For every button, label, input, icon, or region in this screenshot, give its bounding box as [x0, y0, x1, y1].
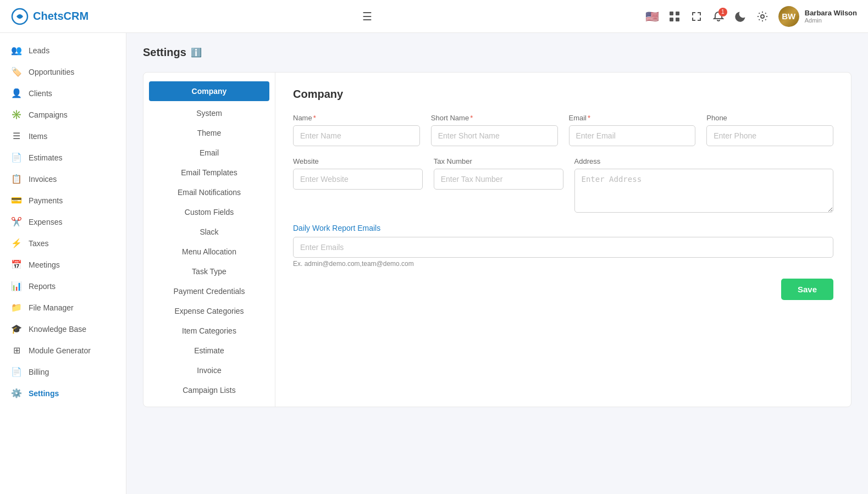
sidebar-item-invoices[interactable]: 📋Invoices [0, 168, 126, 190]
sidebar-item-label: Leads [29, 46, 49, 55]
logo-icon [11, 8, 29, 25]
taxes-icon: ⚡ [11, 238, 22, 248]
layout: 👥Leads🏷️Opportunities👤Clients✳️Campaigns… [0, 33, 868, 494]
emails-hint: Ex. admin@demo.com,team@demo.com [293, 260, 833, 268]
website-input[interactable] [293, 169, 423, 190]
emails-input[interactable] [293, 237, 833, 258]
tax-number-input[interactable] [434, 169, 563, 190]
fullscreen-icon[interactable] [690, 10, 703, 23]
svg-point-5 [761, 15, 764, 18]
settings-sidebar-item-company[interactable]: Company [149, 81, 269, 101]
invoices-icon: 📋 [11, 174, 22, 184]
estimates-icon: 📄 [11, 152, 22, 163]
address-input[interactable] [574, 169, 834, 213]
sidebar-item-meetings[interactable]: 📅Meetings [0, 254, 126, 275]
settings-sidebar-item-campaign-lists[interactable]: Campaign Lists [143, 380, 275, 400]
campaigns-icon: ✳️ [11, 109, 22, 120]
sidebar-item-module-generator[interactable]: ⊞Module Generator [0, 340, 126, 361]
avatar: BW [778, 6, 799, 27]
payments-icon: 💳 [11, 195, 22, 206]
website-label: Website [293, 157, 423, 165]
topnav: ChetsCRM ☰ 🇺🇸 1 BW Barbara Wilson [0, 0, 868, 33]
settings-sidebar-item-custom-fields[interactable]: Custom Fields [143, 202, 275, 222]
name-input[interactable] [293, 125, 420, 146]
save-row: Save [293, 279, 833, 300]
sidebar-item-leads[interactable]: 👥Leads [0, 40, 126, 61]
name-label: Name* [293, 114, 420, 122]
settings-sidebar: CompanySystemThemeEmailEmail TemplatesEm… [143, 73, 275, 407]
meetings-icon: 📅 [11, 259, 22, 270]
settings-sidebar-item-menu-allocation[interactable]: Menu Allocation [143, 242, 275, 262]
sidebar-item-label: Meetings [29, 260, 60, 269]
sidebar-item-label: Billing [29, 368, 49, 376]
topnav-actions: 🇺🇸 1 BW Barbara Wilson Admin [646, 6, 857, 27]
phone-group: Phone [706, 114, 833, 146]
sidebar-item-expenses[interactable]: ✂️Expenses [0, 211, 126, 232]
sidebar-item-label: Clients [29, 89, 52, 98]
billing-icon: 📄 [11, 367, 22, 377]
sidebar-item-file-manager[interactable]: 📁File Manager [0, 297, 126, 318]
sidebar-item-taxes[interactable]: ⚡Taxes [0, 232, 126, 254]
save-button[interactable]: Save [781, 279, 833, 300]
sidebar-item-billing[interactable]: 📄Billing [0, 361, 126, 382]
reports-icon: 📊 [11, 281, 22, 291]
sidebar-item-label: File Manager [29, 303, 74, 312]
email-label: Email* [569, 114, 696, 122]
page-title-row: Settings ℹ️ [143, 46, 852, 59]
clients-icon: 👤 [11, 88, 22, 98]
sidebar-item-reports[interactable]: 📊Reports [0, 275, 126, 297]
settings-sidebar-item-item-categories[interactable]: Item Categories [143, 321, 275, 341]
sidebar-item-estimates[interactable]: 📄Estimates [0, 147, 126, 168]
settings-sidebar-item-theme[interactable]: Theme [143, 123, 275, 143]
language-flag[interactable]: 🇺🇸 [646, 10, 659, 23]
sidebar-item-label: Taxes [29, 239, 49, 248]
settings-sidebar-item-task-type[interactable]: Task Type [143, 262, 275, 281]
settings-sidebar-item-estimate[interactable]: Estimate [143, 341, 275, 360]
sidebar-item-settings[interactable]: ⚙️Settings [0, 382, 126, 404]
settings-sidebar-item-email-notifications[interactable]: Email Notifications [143, 182, 275, 202]
settings-content: Company Name* Short Name* [275, 73, 851, 407]
daily-work-section: Daily Work Report Emails Ex. admin@demo.… [293, 224, 833, 268]
module-generator-icon: ⊞ [11, 345, 22, 356]
settings-layout: CompanySystemThemeEmailEmail TemplatesEm… [143, 72, 852, 407]
user-profile[interactable]: BW Barbara Wilson Admin [778, 6, 857, 27]
sidebar-item-label: Payments [29, 196, 63, 205]
daily-work-label: Daily Work Report Emails [293, 224, 833, 232]
sidebar-item-items[interactable]: ☰Items [0, 125, 126, 147]
settings-sidebar-item-email[interactable]: Email [143, 143, 275, 163]
settings-sidebar-item-slack[interactable]: Slack [143, 222, 275, 242]
settings-sidebar-item-email-templates[interactable]: Email Templates [143, 163, 275, 182]
short-name-input[interactable] [431, 125, 558, 146]
website-group: Website [293, 157, 423, 213]
email-input[interactable] [569, 125, 696, 146]
notification-bell[interactable]: 1 [712, 10, 725, 23]
user-info: Barbara Wilson Admin [805, 9, 857, 24]
settings-sidebar-item-expense-categories[interactable]: Expense Categories [143, 301, 275, 321]
sidebar-item-label: Invoices [29, 175, 57, 184]
settings-sidebar-item-invoice[interactable]: Invoice [143, 360, 275, 380]
logo[interactable]: ChetsCRM [11, 8, 89, 25]
hamburger-menu[interactable]: ☰ [362, 10, 372, 23]
gear-icon[interactable] [756, 10, 769, 23]
address-label: Address [574, 157, 834, 165]
sidebar-item-payments[interactable]: 💳Payments [0, 190, 126, 211]
dark-mode-icon[interactable] [734, 10, 747, 23]
tax-number-label: Tax Number [434, 157, 563, 165]
sidebar-item-opportunities[interactable]: 🏷️Opportunities [0, 61, 126, 82]
short-name-label: Short Name* [431, 114, 558, 122]
expenses-icon: ✂️ [11, 217, 22, 227]
main-content: Settings ℹ️ CompanySystemThemeEmailEmail… [126, 33, 868, 494]
sidebar-item-label: Items [29, 132, 47, 141]
info-icon[interactable]: ℹ️ [191, 47, 202, 58]
phone-input[interactable] [706, 125, 833, 146]
settings-icon: ⚙️ [11, 388, 22, 398]
user-role: Admin [805, 17, 857, 24]
sidebar-item-clients[interactable]: 👤Clients [0, 82, 126, 104]
sidebar-item-knowledge-base[interactable]: 🎓Knowledge Base [0, 318, 126, 340]
settings-sidebar-item-payment-credentials[interactable]: Payment Credentials [143, 281, 275, 301]
svg-rect-3 [670, 18, 673, 21]
items-icon: ☰ [11, 131, 22, 141]
apps-grid-icon[interactable] [668, 10, 681, 23]
settings-sidebar-item-system[interactable]: System [143, 103, 275, 123]
sidebar-item-campaigns[interactable]: ✳️Campaigns [0, 104, 126, 125]
